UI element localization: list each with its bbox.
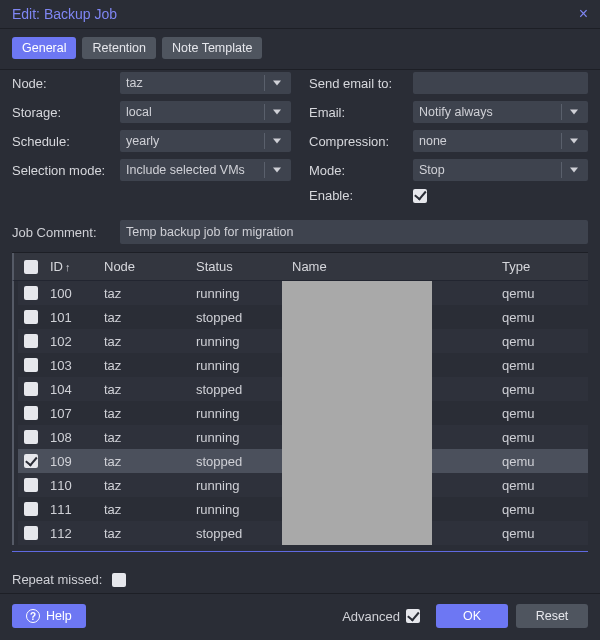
cell-status: running xyxy=(190,401,286,425)
cell-node: taz xyxy=(98,497,190,521)
name-column-block xyxy=(282,281,432,545)
row-checkbox[interactable] xyxy=(24,334,38,348)
cell-id: 109 xyxy=(44,449,98,473)
grid-header: ID↑ Node Status Name Type xyxy=(12,253,588,281)
cell-id: 112 xyxy=(44,521,98,545)
cell-id: 111 xyxy=(44,497,98,521)
cell-node: taz xyxy=(98,449,190,473)
tab-general[interactable]: General xyxy=(12,37,76,59)
cell-status: stopped xyxy=(190,305,286,329)
tab-retention[interactable]: Retention xyxy=(82,37,156,59)
row-checkbox[interactable] xyxy=(24,478,38,492)
storage-select[interactable]: local xyxy=(120,101,291,123)
cell-type: qemu xyxy=(436,425,588,449)
compression-label: Compression: xyxy=(309,134,405,149)
cell-id: 100 xyxy=(44,281,98,305)
tab-note-template[interactable]: Note Template xyxy=(162,37,262,59)
cell-node: taz xyxy=(98,353,190,377)
row-checkbox[interactable] xyxy=(24,358,38,372)
cell-type: qemu xyxy=(436,401,588,425)
cell-type: qemu xyxy=(436,377,588,401)
enable-label: Enable: xyxy=(309,188,405,203)
cell-status: stopped xyxy=(190,449,286,473)
row-checkbox[interactable] xyxy=(24,430,38,444)
row-checkbox[interactable] xyxy=(24,502,38,516)
col-status[interactable]: Status xyxy=(190,253,286,280)
email-label: Email: xyxy=(309,105,405,120)
reset-button[interactable]: Reset xyxy=(516,604,588,628)
job-comment-label: Job Comment: xyxy=(12,225,112,240)
cell-status: running xyxy=(190,497,286,521)
cell-type: qemu xyxy=(436,521,588,545)
storage-label: Storage: xyxy=(12,105,112,120)
job-comment-input[interactable]: Temp backup job for migration xyxy=(120,220,588,244)
node-select[interactable]: taz xyxy=(120,72,291,94)
schedule-select[interactable]: yearly xyxy=(120,130,291,152)
send-email-input[interactable] xyxy=(413,72,588,94)
mode-label: Mode: xyxy=(309,163,405,178)
cell-status: running xyxy=(190,329,286,353)
cell-node: taz xyxy=(98,473,190,497)
help-button[interactable]: ? Help xyxy=(12,604,86,628)
cell-node: taz xyxy=(98,377,190,401)
cell-id: 110 xyxy=(44,473,98,497)
node-label: Node: xyxy=(12,76,112,91)
col-name[interactable]: Name xyxy=(286,253,436,280)
cell-id: 104 xyxy=(44,377,98,401)
cell-status: stopped xyxy=(190,377,286,401)
sort-asc-icon: ↑ xyxy=(65,261,71,273)
schedule-label: Schedule: xyxy=(12,134,112,149)
cell-status: stopped xyxy=(190,521,286,545)
selection-mode-label: Selection mode: xyxy=(12,163,112,178)
col-type[interactable]: Type xyxy=(436,253,588,280)
col-node[interactable]: Node xyxy=(98,253,190,280)
send-email-label: Send email to: xyxy=(309,76,405,91)
enable-checkbox[interactable] xyxy=(413,189,427,203)
row-checkbox[interactable] xyxy=(24,382,38,396)
close-icon[interactable]: × xyxy=(579,6,588,22)
cell-node: taz xyxy=(98,305,190,329)
col-id[interactable]: ID↑ xyxy=(44,253,98,280)
ok-button[interactable]: OK xyxy=(436,604,508,628)
cell-type: qemu xyxy=(436,449,588,473)
advanced-label: Advanced xyxy=(342,609,400,624)
repeat-missed-label: Repeat missed: xyxy=(12,572,102,587)
row-checkbox[interactable] xyxy=(24,310,38,324)
cell-type: qemu xyxy=(436,281,588,305)
row-checkbox[interactable] xyxy=(24,454,38,468)
cell-type: qemu xyxy=(436,353,588,377)
cell-node: taz xyxy=(98,281,190,305)
grid-checkbox-all[interactable] xyxy=(24,260,38,274)
dialog-title: Edit: Backup Job xyxy=(12,6,117,22)
repeat-missed-checkbox[interactable] xyxy=(112,573,126,587)
cell-id: 107 xyxy=(44,401,98,425)
cell-status: running xyxy=(190,425,286,449)
cell-id: 108 xyxy=(44,425,98,449)
email-select[interactable]: Notify always xyxy=(413,101,588,123)
cell-node: taz xyxy=(98,425,190,449)
cell-type: qemu xyxy=(436,329,588,353)
cell-type: qemu xyxy=(436,305,588,329)
row-checkbox[interactable] xyxy=(24,526,38,540)
grid-body: 100tazrunningqemu101tazstoppedqemu102taz… xyxy=(12,281,588,545)
cell-node: taz xyxy=(98,329,190,353)
cell-status: running xyxy=(190,353,286,377)
mode-select[interactable]: Stop xyxy=(413,159,588,181)
cell-id: 103 xyxy=(44,353,98,377)
cell-status: running xyxy=(190,473,286,497)
advanced-checkbox[interactable] xyxy=(406,609,420,623)
cell-node: taz xyxy=(98,521,190,545)
grid-footer-rule xyxy=(12,551,588,552)
cell-status: running xyxy=(190,281,286,305)
cell-type: qemu xyxy=(436,497,588,521)
row-checkbox[interactable] xyxy=(24,286,38,300)
help-icon: ? xyxy=(26,609,40,623)
cell-node: taz xyxy=(98,401,190,425)
selection-mode-select[interactable]: Include selected VMs xyxy=(120,159,291,181)
cell-type: qemu xyxy=(436,473,588,497)
row-checkbox[interactable] xyxy=(24,406,38,420)
cell-id: 102 xyxy=(44,329,98,353)
cell-id: 101 xyxy=(44,305,98,329)
compression-select[interactable]: none xyxy=(413,130,588,152)
